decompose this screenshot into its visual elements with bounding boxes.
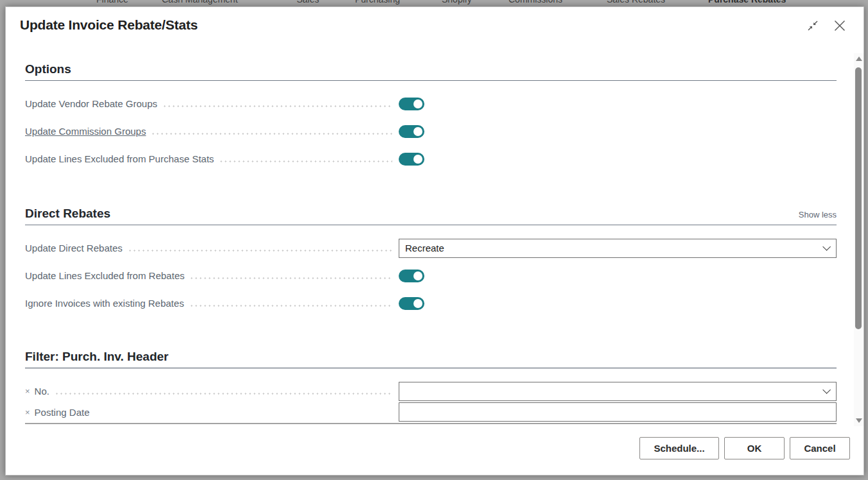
field-label: Update Lines Excluded from Purchase Stat…	[25, 153, 214, 164]
dialog-title: Update Invoice Rebate/Stats	[20, 17, 198, 33]
section-options: Options Update Vendor Rebate Groups Upda…	[25, 62, 837, 173]
dotted-leader	[128, 234, 392, 262]
chevron-down-icon	[822, 243, 831, 251]
field-row-update-direct-rebates: Update Direct Rebates Recreate	[25, 234, 837, 262]
section-options-heading: Options	[25, 62, 71, 76]
dialog-header: Update Invoice Rebate/Stats	[6, 7, 864, 40]
filter-no-combobox[interactable]	[399, 382, 837, 401]
field-row-update-lines-excluded-purchase-stats: Update Lines Excluded from Purchase Stat…	[25, 145, 837, 173]
dotted-leader	[189, 262, 392, 289]
close-icon[interactable]	[834, 20, 846, 31]
section-filter-purch-inv-header: Filter: Purch. Inv. Header × No.	[25, 350, 837, 419]
nav-item-shopify: Shopify	[442, 0, 472, 4]
toggle-knob	[413, 155, 422, 164]
toggle-knob	[413, 127, 422, 136]
scroll-up-arrow-icon[interactable]	[856, 56, 862, 61]
field-row-ignore-invoices-existing-rebates: Ignore Invoices with existing Rebates	[25, 289, 837, 317]
nav-item-finance: Finance	[96, 0, 128, 4]
remove-filter-posting-date-icon[interactable]: ×	[25, 408, 30, 416]
dotted-leader	[55, 377, 392, 405]
field-row-update-vendor-rebate-groups: Update Vendor Rebate Groups	[25, 90, 837, 117]
collapse-dialog-icon[interactable]	[807, 20, 819, 31]
remove-filter-no-icon[interactable]: ×	[25, 387, 30, 395]
toggle-knob	[413, 299, 422, 308]
schedule-button[interactable]: Schedule...	[639, 437, 719, 459]
cancel-button[interactable]: Cancel	[790, 437, 850, 459]
field-label: Ignore Invoices with existing Rebates	[25, 298, 184, 309]
field-row-update-commission-groups: Update Commission Groups	[25, 117, 837, 145]
dotted-leader	[151, 117, 392, 145]
nav-item-commissions: Commissions	[508, 0, 562, 4]
field-label: Update Lines Excluded from Rebates	[25, 270, 184, 281]
field-label[interactable]: Update Commission Groups	[25, 126, 146, 137]
filter-row-no: × No.	[25, 377, 837, 405]
vertical-scrollbar[interactable]	[854, 53, 864, 426]
toggle-knob	[413, 271, 422, 280]
filter-label-no: No.	[35, 386, 49, 397]
nav-item-purchase-rebates: Purchase Rebates	[708, 0, 786, 4]
show-less-link[interactable]: Show less	[799, 210, 837, 221]
field-label: Update Direct Rebates	[25, 243, 123, 253]
toggle-knob	[413, 99, 422, 108]
filter-row-posting-date: × Posting Date	[25, 405, 837, 419]
dialog-footer: Schedule... OK Cancel	[639, 437, 850, 459]
dotted-leader	[189, 289, 392, 317]
filter-posting-date-input[interactable]	[399, 402, 837, 422]
nav-item-sales-rebates: Sales Rebates	[607, 0, 665, 4]
section-filter-heading: Filter: Purch. Inv. Header	[25, 350, 168, 364]
ok-button[interactable]: OK	[724, 437, 785, 459]
filter-label-posting-date: Posting Date	[35, 407, 90, 418]
chevron-down-icon	[822, 386, 831, 394]
content-footer-divider	[25, 423, 837, 424]
field-label: × Posting Date	[25, 407, 89, 418]
scroll-down-arrow-icon[interactable]	[856, 418, 862, 423]
update-invoice-rebate-stats-dialog: Update Invoice Rebate/Stats	[5, 6, 864, 476]
section-direct-rebates: Direct Rebates Show less Update Direct R…	[25, 207, 837, 317]
field-label: Update Vendor Rebate Groups	[25, 98, 157, 109]
update-direct-rebates-select[interactable]: Recreate	[399, 239, 837, 258]
field-label: × No.	[25, 386, 49, 397]
selected-option: Recreate	[405, 243, 444, 253]
dotted-leader	[219, 145, 392, 173]
toggle-ignore-invoices-existing-rebates[interactable]	[399, 297, 424, 310]
nav-item-purchasing: Purchasing	[355, 0, 400, 4]
toggle-update-vendor-rebate-groups[interactable]	[399, 98, 424, 110]
toggle-update-lines-excluded-rebates[interactable]	[399, 270, 424, 282]
scrollbar-thumb[interactable]	[855, 67, 862, 329]
nav-item-sales: Sales	[297, 0, 319, 4]
toggle-update-lines-excluded-purchase-stats[interactable]	[399, 153, 424, 166]
dotted-leader	[162, 90, 392, 117]
field-row-update-lines-excluded-rebates: Update Lines Excluded from Rebates	[25, 262, 837, 289]
dialog-scroll-content: Options Update Vendor Rebate Groups Upda…	[25, 40, 837, 424]
section-direct-rebates-heading: Direct Rebates	[25, 207, 110, 221]
dotted-leader	[94, 405, 392, 419]
nav-item-cash-management: Cash Management	[162, 0, 238, 4]
toggle-update-commission-groups[interactable]	[399, 125, 424, 138]
